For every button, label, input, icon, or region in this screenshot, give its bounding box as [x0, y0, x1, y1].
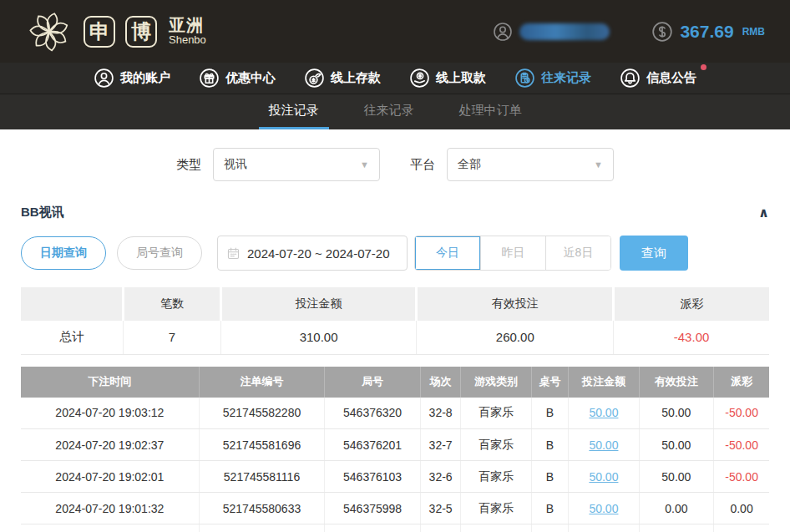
type-select[interactable]: 视讯 ▼	[213, 148, 380, 181]
cell-bet-amount: 50.00	[569, 398, 639, 429]
cell-game-type: 百家乐	[461, 398, 531, 429]
cell-valid-bet: 50.00	[639, 524, 714, 532]
coin-icon	[651, 21, 673, 43]
cell-table-no: B	[531, 398, 569, 429]
flower-logo-icon	[25, 8, 73, 56]
table-row: 2024-07-20 19:00:59521745580057546375895…	[21, 524, 769, 532]
summary-header-empty	[21, 287, 124, 321]
summary-total-row: 总计 7 310.00 260.00 -43.00	[21, 321, 769, 354]
search-button[interactable]: 查询	[620, 236, 688, 271]
brand-logo[interactable]: 申 博 亚洲 Shenbo	[25, 8, 206, 56]
nav-label: 线上存款	[331, 70, 381, 86]
summary-total-label: 总计	[21, 321, 124, 354]
record-subtabs: 投注记录 往来记录 处理中订单	[0, 94, 790, 129]
col-session: 场次	[420, 367, 460, 398]
col-payout: 派彩	[714, 367, 769, 398]
nav-promotions[interactable]: 优惠中心	[195, 68, 279, 89]
cell-bet-amount: 50.00	[569, 524, 639, 532]
filter-row: 类型 视讯 ▼ 平台 全部 ▼	[0, 129, 790, 196]
nav-label: 信息公告	[646, 70, 696, 86]
nav-my-account[interactable]: 我的账户	[90, 68, 174, 89]
cell-order-id: 521745581116	[199, 461, 325, 493]
cell-table-no: B	[531, 461, 569, 493]
cell-order-id: 521745580633	[199, 493, 325, 524]
cell-payout: -50.00	[714, 398, 769, 429]
bet-table-header-row: 下注时间 注单编号 局号 场次 游戏类别 桌号 投注金额 有效投注 派彩	[21, 367, 769, 398]
user-account-chip[interactable]	[493, 22, 610, 42]
summary-valid-value: 260.00	[417, 321, 614, 354]
cell-session: 32-4	[420, 524, 460, 532]
platform-select[interactable]: 全部 ▼	[447, 148, 614, 181]
date-range-input[interactable]: 2024-07-20 ~ 2024-07-20	[217, 236, 408, 271]
bet-amount-link[interactable]: 50.00	[589, 470, 618, 484]
nav-withdraw[interactable]: 线上取款	[406, 68, 489, 89]
tab-transaction-records[interactable]: 往来记录	[354, 94, 424, 129]
balance-currency: RMB	[742, 26, 765, 38]
cell-game-type: 百家乐	[461, 493, 531, 524]
summary-header-payout: 派彩	[614, 287, 769, 321]
cell-order-id: 521745580057	[199, 524, 325, 532]
cell-payout: -50.00	[714, 429, 769, 461]
cell-table-no: B	[531, 524, 569, 532]
cell-round-id: 546376103	[325, 461, 421, 493]
cell-bet-time: 2024-07-20 19:00:59	[21, 524, 199, 532]
table-row: 2024-07-20 19:01:32521745580633546375998…	[21, 493, 769, 524]
nav-label: 往来记录	[541, 70, 591, 86]
summary-header-row: 笔数 投注金额 有效投注 派彩	[21, 287, 769, 321]
cell-game-type: 百家乐	[461, 461, 531, 493]
summary-header-valid: 有效投注	[417, 287, 614, 321]
cell-payout: -50.00	[714, 461, 769, 493]
bet-amount-link[interactable]: 50.00	[589, 438, 618, 452]
balance-display[interactable]: 367.69 RMB	[651, 21, 765, 43]
nav-transaction-records[interactable]: 往来记录	[511, 68, 595, 89]
cell-bet-time: 2024-07-20 19:01:32	[21, 493, 199, 524]
records-icon	[514, 68, 535, 89]
last8days-button[interactable]: 近8日	[545, 236, 610, 270]
logo-char-bo: 博	[125, 16, 157, 48]
nav-announcements[interactable]: 信息公告	[616, 68, 700, 89]
table-row: 2024-07-20 19:03:12521745582280546376320…	[21, 398, 769, 429]
collapse-chevron-icon[interactable]: ∧	[758, 205, 769, 220]
cell-bet-time: 2024-07-20 19:02:37	[21, 429, 199, 461]
date-query-button[interactable]: 日期查询	[21, 236, 106, 270]
section-header: BB视讯 ∧	[21, 205, 769, 220]
cell-game-type: 百家乐	[461, 429, 531, 461]
tab-pending-orders[interactable]: 处理中订单	[449, 94, 532, 129]
cell-valid-bet: 50.00	[639, 429, 714, 461]
logo-en-text: Shenbo	[169, 34, 206, 46]
cell-round-id: 546376320	[325, 398, 421, 429]
cell-bet-time: 2024-07-20 19:03:12	[21, 398, 199, 429]
platform-filter-label: 平台	[410, 157, 435, 173]
table-row: 2024-07-20 19:02:01521745581116546376103…	[21, 461, 769, 493]
cell-round-id: 546375895	[325, 524, 421, 532]
round-query-button[interactable]: 局号查询	[117, 236, 202, 270]
yesterday-button[interactable]: 昨日	[480, 236, 545, 270]
query-toolbar: 日期查询 局号查询 2024-07-20 ~ 2024-07-20 今日 昨日 …	[21, 236, 769, 271]
cell-valid-bet: 0.00	[639, 493, 714, 524]
col-table-no: 桌号	[531, 367, 569, 398]
cell-bet-amount: 50.00	[569, 461, 639, 493]
tab-bet-records[interactable]: 投注记录	[259, 94, 329, 129]
col-valid-bet: 有效投注	[639, 367, 714, 398]
section-title: BB视讯	[21, 205, 64, 220]
cell-valid-bet: 50.00	[639, 398, 714, 429]
logo-char-shen: 申	[84, 16, 115, 48]
summary-header-bet: 投注金额	[220, 287, 417, 321]
cell-round-id: 546376201	[325, 429, 421, 461]
cell-round-id: 546375998	[325, 493, 421, 524]
nav-label: 优惠中心	[225, 70, 276, 86]
cell-bet-amount: 50.00	[569, 429, 639, 461]
bet-amount-link[interactable]: 50.00	[589, 502, 618, 515]
deposit-icon	[304, 68, 325, 89]
bet-amount-link[interactable]: 50.00	[589, 406, 618, 419]
nav-deposit[interactable]: 线上存款	[301, 68, 384, 89]
cell-valid-bet: 50.00	[639, 461, 714, 493]
today-button[interactable]: 今日	[415, 236, 480, 270]
top-header: 申 博 亚洲 Shenbo 367.69 RMB	[0, 0, 790, 63]
cell-bet-amount: 50.00	[569, 493, 639, 524]
cell-table-no: B	[531, 493, 569, 524]
cell-game-type: 百家乐	[461, 524, 531, 532]
cell-table-no: B	[531, 429, 569, 461]
notification-badge	[701, 64, 706, 70]
nav-label: 线上取款	[436, 70, 486, 86]
